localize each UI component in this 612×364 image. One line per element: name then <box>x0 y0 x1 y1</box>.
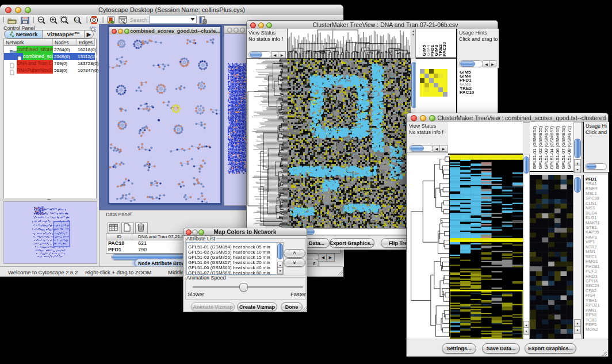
main-title-bar[interactable]: Cytoscape Desktop (Session Name: collins… <box>0 5 343 16</box>
minimize-button[interactable] <box>192 229 198 235</box>
attribute-item[interactable]: GPL51-02 (GSM855) heat shock 10 min <box>188 250 270 255</box>
attribute-item[interactable]: GPL51-07 (GSM868) heat shock 60 min <box>188 270 270 275</box>
close-button[interactable] <box>5 7 12 13</box>
scroll-right-arrow-icon[interactable]: ▶ <box>489 60 496 67</box>
scrollbar-thumb[interactable] <box>277 243 283 259</box>
scroll-right-arrow-icon[interactable]: ▶ <box>439 145 447 152</box>
export-graphics-button[interactable]: Export Graphics... <box>525 343 576 354</box>
network-table-header-network[interactable]: Network <box>4 39 53 46</box>
scrollbar-thumb[interactable] <box>250 52 262 58</box>
new-attribute-button[interactable] <box>121 222 134 234</box>
column-label[interactable]: GPL51-03 (GSM856) <box>544 126 549 170</box>
close-button[interactable] <box>227 28 232 33</box>
tab-more[interactable]: ▶ <box>84 30 94 39</box>
scroll-right-arrow-icon[interactable]: ▶ <box>326 254 335 262</box>
column-dendrogram[interactable] <box>288 29 411 59</box>
zoom-heatmap-matrix[interactable] <box>420 69 447 97</box>
treeview2-title-bar[interactable]: ClusterMaker TreeView : combined_scores_… <box>407 113 608 122</box>
close-button[interactable] <box>411 115 417 121</box>
birdseye-view[interactable] <box>3 201 97 264</box>
resize-grip-icon[interactable] <box>602 350 607 356</box>
scroll-down-arrow-icon[interactable]: ▼ <box>574 166 581 173</box>
column-label[interactable]: GPL51-07 (GSM868) <box>561 126 566 170</box>
delete-attribute-trash-icon[interactable] <box>135 222 148 234</box>
attribute-item[interactable]: GPL51-03 (GSM856) heat shock 15 min <box>188 255 270 260</box>
treeview1-heatmap[interactable] <box>288 59 411 228</box>
scroll-right-arrow-icon[interactable]: ▶ <box>278 51 286 58</box>
settings-button[interactable]: Settings... <box>442 343 476 354</box>
usage-hints-hscrollbar[interactable] <box>459 60 483 67</box>
zoom-button[interactable] <box>198 229 204 235</box>
heatmap-vscrollbar[interactable]: ▲ ▼ <box>523 155 530 340</box>
zoom-button[interactable] <box>25 7 31 13</box>
search-input-field[interactable] <box>150 16 192 23</box>
attribute-item[interactable]: GPL51-06 (GSM865) heat shock 40 min <box>188 265 270 270</box>
network-canvas[interactable] <box>109 35 220 203</box>
network-row-4[interactable]: RNAPuberNov2+563(0)107847(0) <box>4 67 95 74</box>
treeview2-zoom-heatmap[interactable] <box>530 175 573 339</box>
resize-grip-icon[interactable] <box>301 306 307 312</box>
zoom-button[interactable] <box>429 115 435 121</box>
column-label[interactable]: PAC10 <box>442 42 447 56</box>
minimize-button[interactable] <box>420 115 426 121</box>
column-label[interactable]: GPL51-01 (GSM854) <box>532 126 537 170</box>
attribute-item[interactable]: GPL51-04 (GSM857) heat shock 20 min <box>188 260 270 265</box>
create-vizmap-button[interactable]: Create Vizmap <box>237 302 277 311</box>
scrollbar-thumb[interactable] <box>410 145 424 151</box>
search-dropdown-arrow-icon[interactable] <box>190 18 195 23</box>
close-button[interactable] <box>186 229 192 235</box>
speed-slider-thumb[interactable] <box>239 283 248 292</box>
scroll-down-arrow-icon[interactable]: ▼ <box>574 326 581 334</box>
attribute-list[interactable]: GPL51-01 (GSM854) heat shock 05 minGPL51… <box>186 242 277 275</box>
network-view-1-title-bar[interactable]: combined_scores_good.txt--cluste... <box>109 27 220 35</box>
scroll-down-arrow-icon[interactable]: ▼ <box>523 327 529 335</box>
view-status-hscrollbar[interactable] <box>409 145 433 152</box>
move-down-button[interactable]: v <box>284 258 305 267</box>
zoom-vscrollbar[interactable]: ▲ ▼ <box>573 175 582 340</box>
scrollbar-thumb[interactable] <box>523 156 529 174</box>
column-label[interactable]: GPL51-08 (GSM872) <box>567 126 572 170</box>
scrollbar-thumb[interactable] <box>586 164 596 169</box>
tab-vizmapper[interactable]: VizMapper™ <box>42 30 84 39</box>
scrollbar-thumb[interactable] <box>574 177 581 193</box>
animate-vizmap-button[interactable]: Animate Vizmap <box>191 302 235 311</box>
tab-network[interactable]: Network <box>4 30 42 39</box>
close-button[interactable] <box>112 29 117 34</box>
zoom-button[interactable] <box>124 29 129 34</box>
birdseye-canvas[interactable] <box>4 202 95 261</box>
scrollbar-thumb[interactable] <box>460 61 475 67</box>
attribute-item[interactable]: GPL51-01 (GSM854) heat shock 05 min <box>188 244 270 250</box>
speed-slider-track[interactable] <box>193 286 303 288</box>
move-up-button[interactable]: ^ <box>284 249 305 258</box>
resize-grip-icon[interactable] <box>338 270 343 275</box>
network-view-window-1[interactable]: combined_scores_good.txt--cluste... <box>108 25 222 205</box>
zoom-button[interactable] <box>266 22 272 28</box>
column-label[interactable]: GPL51-04 (GSM857) <box>549 126 554 170</box>
scroll-down-arrow-icon[interactable]: ▼ <box>277 267 283 274</box>
scrollbar-thumb[interactable] <box>574 139 581 158</box>
data-table-header-id[interactable]: ID <box>106 234 132 240</box>
network-table-header-nodes[interactable]: Nodes <box>53 39 77 46</box>
treeview2-heatmap[interactable] <box>450 155 523 339</box>
column-labels-vscrollbar[interactable]: ▲ ▼ <box>573 122 582 173</box>
usage-hints-hscrollbar[interactable] <box>585 163 607 170</box>
row-dendrogram[interactable] <box>247 59 288 228</box>
treeview1-title-bar[interactable]: ClusterMaker TreeView : DNA and Tran 07-… <box>247 21 498 29</box>
row-dendrogram[interactable] <box>407 155 450 339</box>
done-button[interactable]: Done <box>281 302 303 311</box>
column-label[interactable]: GPL51-06 (GSM865) <box>555 126 560 170</box>
attribute-list-vscrollbar[interactable]: ▲ ▼ <box>277 242 284 275</box>
zoom-button[interactable] <box>240 28 245 33</box>
gene-label[interactable]: PAC10 <box>460 90 474 95</box>
toolbar-drag-handle[interactable] <box>3 17 6 22</box>
dendrogram-scroll-strip[interactable]: ▲ ▼ <box>411 29 416 59</box>
minimize-button[interactable] <box>118 29 123 34</box>
attribute-select-button[interactable] <box>108 222 120 234</box>
view-status-hscrollbar[interactable] <box>248 51 271 58</box>
network-canvas-dense[interactable] <box>228 62 248 175</box>
save-data-button[interactable]: Save Data... <box>482 343 520 354</box>
network-row-3[interactable]: DNA and Tran 07769(0)183728(0) <box>4 60 95 67</box>
dialog-title-bar[interactable]: Map Colors to Network <box>183 228 307 236</box>
close-button[interactable] <box>250 22 256 28</box>
network-row-1[interactable]: combined_scores_2764(0)16218(0) <box>4 46 95 53</box>
